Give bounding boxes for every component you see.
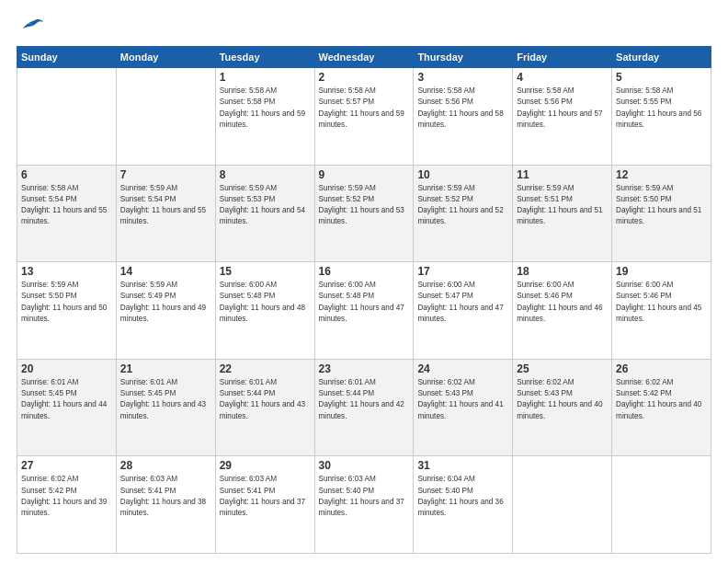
- day-number: 25: [517, 362, 608, 375]
- calendar-cell: 15Sunrise: 6:00 AMSunset: 5:48 PMDayligh…: [215, 262, 314, 360]
- calendar-cell: 31Sunrise: 6:04 AMSunset: 5:40 PMDayligh…: [414, 456, 513, 554]
- day-info: Sunrise: 6:01 AMSunset: 5:45 PMDaylight:…: [120, 377, 211, 422]
- logo: [17, 17, 46, 39]
- calendar-cell: 18Sunrise: 6:00 AMSunset: 5:46 PMDayligh…: [513, 262, 612, 360]
- calendar-cell: 23Sunrise: 6:01 AMSunset: 5:44 PMDayligh…: [314, 359, 414, 456]
- calendar-cell: 12Sunrise: 5:59 AMSunset: 5:50 PMDayligh…: [612, 165, 711, 262]
- calendar-cell: 19Sunrise: 6:00 AMSunset: 5:46 PMDayligh…: [612, 262, 711, 360]
- day-number: 23: [319, 362, 410, 375]
- day-number: 7: [120, 168, 211, 181]
- day-number: 22: [220, 362, 311, 375]
- day-info: Sunrise: 5:59 AMSunset: 5:52 PMDaylight:…: [319, 183, 410, 228]
- weekday-header-sunday: Sunday: [17, 47, 117, 68]
- day-info: Sunrise: 5:58 AMSunset: 5:57 PMDaylight:…: [319, 86, 410, 131]
- day-number: 15: [220, 265, 311, 278]
- calendar-cell: [513, 456, 612, 554]
- calendar-cell: 11Sunrise: 5:59 AMSunset: 5:51 PMDayligh…: [513, 165, 612, 262]
- calendar-cell: 21Sunrise: 6:01 AMSunset: 5:45 PMDayligh…: [116, 359, 215, 456]
- day-number: 24: [417, 362, 508, 375]
- day-number: 11: [517, 168, 608, 181]
- calendar-week-4: 20Sunrise: 6:01 AMSunset: 5:45 PMDayligh…: [17, 359, 711, 456]
- day-number: 27: [21, 459, 112, 472]
- day-number: 8: [220, 168, 311, 181]
- calendar-cell: [612, 456, 711, 554]
- day-number: 1: [220, 71, 311, 84]
- weekday-header-monday: Monday: [116, 47, 215, 68]
- day-number: 28: [120, 459, 211, 472]
- day-info: Sunrise: 6:00 AMSunset: 5:48 PMDaylight:…: [319, 280, 410, 325]
- logo-icon: [17, 17, 44, 39]
- calendar-cell: [116, 68, 215, 166]
- calendar-week-3: 13Sunrise: 5:59 AMSunset: 5:50 PMDayligh…: [17, 262, 711, 360]
- calendar-cell: 28Sunrise: 6:03 AMSunset: 5:41 PMDayligh…: [116, 456, 215, 554]
- calendar-cell: 13Sunrise: 5:59 AMSunset: 5:50 PMDayligh…: [17, 262, 117, 360]
- calendar-cell: 6Sunrise: 5:58 AMSunset: 5:54 PMDaylight…: [17, 165, 117, 262]
- calendar-cell: 9Sunrise: 5:59 AMSunset: 5:52 PMDaylight…: [314, 165, 414, 262]
- day-number: 16: [319, 265, 410, 278]
- day-number: 4: [517, 71, 608, 84]
- day-number: 6: [21, 168, 112, 181]
- calendar-cell: 29Sunrise: 6:03 AMSunset: 5:41 PMDayligh…: [215, 456, 314, 554]
- calendar-cell: 3Sunrise: 5:58 AMSunset: 5:56 PMDaylight…: [414, 68, 513, 166]
- calendar-cell: 16Sunrise: 6:00 AMSunset: 5:48 PMDayligh…: [314, 262, 414, 360]
- calendar-cell: 27Sunrise: 6:02 AMSunset: 5:42 PMDayligh…: [17, 456, 117, 554]
- day-info: Sunrise: 5:59 AMSunset: 5:49 PMDaylight:…: [120, 280, 211, 325]
- day-number: 2: [319, 71, 410, 84]
- calendar-cell: 4Sunrise: 5:58 AMSunset: 5:56 PMDaylight…: [513, 68, 612, 166]
- calendar-cell: 24Sunrise: 6:02 AMSunset: 5:43 PMDayligh…: [414, 359, 513, 456]
- day-info: Sunrise: 6:02 AMSunset: 5:43 PMDaylight:…: [517, 377, 608, 422]
- day-info: Sunrise: 6:01 AMSunset: 5:44 PMDaylight:…: [319, 377, 410, 422]
- day-info: Sunrise: 6:02 AMSunset: 5:43 PMDaylight:…: [417, 377, 508, 422]
- day-number: 12: [616, 168, 707, 181]
- calendar-cell: 20Sunrise: 6:01 AMSunset: 5:45 PMDayligh…: [17, 359, 117, 456]
- calendar-cell: 17Sunrise: 6:00 AMSunset: 5:47 PMDayligh…: [414, 262, 513, 360]
- day-number: 30: [319, 459, 410, 472]
- day-info: Sunrise: 5:58 AMSunset: 5:56 PMDaylight:…: [517, 86, 608, 131]
- calendar-cell: 5Sunrise: 5:58 AMSunset: 5:55 PMDaylight…: [612, 68, 711, 166]
- calendar-cell: 30Sunrise: 6:03 AMSunset: 5:40 PMDayligh…: [314, 456, 414, 554]
- day-number: 13: [21, 265, 112, 278]
- day-info: Sunrise: 5:58 AMSunset: 5:56 PMDaylight:…: [417, 86, 508, 131]
- calendar-cell: 7Sunrise: 5:59 AMSunset: 5:54 PMDaylight…: [116, 165, 215, 262]
- weekday-header-tuesday: Tuesday: [215, 47, 314, 68]
- day-info: Sunrise: 6:03 AMSunset: 5:41 PMDaylight:…: [220, 474, 311, 519]
- day-number: 17: [417, 265, 508, 278]
- day-number: 21: [120, 362, 211, 375]
- day-info: Sunrise: 6:00 AMSunset: 5:48 PMDaylight:…: [220, 280, 311, 325]
- weekday-header-thursday: Thursday: [414, 47, 513, 68]
- day-info: Sunrise: 5:58 AMSunset: 5:58 PMDaylight:…: [220, 86, 311, 131]
- weekday-header-wednesday: Wednesday: [314, 47, 414, 68]
- day-info: Sunrise: 5:58 AMSunset: 5:55 PMDaylight:…: [616, 86, 707, 131]
- calendar-cell: 25Sunrise: 6:02 AMSunset: 5:43 PMDayligh…: [513, 359, 612, 456]
- calendar-cell: [17, 68, 117, 166]
- day-number: 5: [616, 71, 707, 84]
- day-number: 29: [220, 459, 311, 472]
- day-number: 18: [517, 265, 608, 278]
- day-info: Sunrise: 5:58 AMSunset: 5:54 PMDaylight:…: [21, 183, 112, 228]
- calendar-cell: 8Sunrise: 5:59 AMSunset: 5:53 PMDaylight…: [215, 165, 314, 262]
- day-info: Sunrise: 5:59 AMSunset: 5:54 PMDaylight:…: [120, 183, 211, 228]
- day-info: Sunrise: 6:03 AMSunset: 5:40 PMDaylight:…: [319, 474, 410, 519]
- day-info: Sunrise: 6:03 AMSunset: 5:41 PMDaylight:…: [120, 474, 211, 519]
- calendar-week-5: 27Sunrise: 6:02 AMSunset: 5:42 PMDayligh…: [17, 456, 711, 554]
- calendar-cell: 10Sunrise: 5:59 AMSunset: 5:52 PMDayligh…: [414, 165, 513, 262]
- calendar-cell: 2Sunrise: 5:58 AMSunset: 5:57 PMDaylight…: [314, 68, 414, 166]
- day-info: Sunrise: 6:01 AMSunset: 5:44 PMDaylight:…: [220, 377, 311, 422]
- day-info: Sunrise: 6:00 AMSunset: 5:47 PMDaylight:…: [417, 280, 508, 325]
- day-info: Sunrise: 5:59 AMSunset: 5:50 PMDaylight:…: [21, 280, 112, 325]
- calendar-week-1: 1Sunrise: 5:58 AMSunset: 5:58 PMDaylight…: [17, 68, 711, 166]
- day-info: Sunrise: 6:00 AMSunset: 5:46 PMDaylight:…: [616, 280, 707, 325]
- day-info: Sunrise: 5:59 AMSunset: 5:50 PMDaylight:…: [616, 183, 707, 228]
- day-number: 10: [417, 168, 508, 181]
- day-info: Sunrise: 6:02 AMSunset: 5:42 PMDaylight:…: [616, 377, 707, 422]
- calendar-cell: 1Sunrise: 5:58 AMSunset: 5:58 PMDaylight…: [215, 68, 314, 166]
- day-info: Sunrise: 6:04 AMSunset: 5:40 PMDaylight:…: [417, 474, 508, 519]
- weekday-header-row: SundayMondayTuesdayWednesdayThursdayFrid…: [17, 47, 711, 68]
- calendar-cell: 22Sunrise: 6:01 AMSunset: 5:44 PMDayligh…: [215, 359, 314, 456]
- day-number: 26: [616, 362, 707, 375]
- calendar-cell: 14Sunrise: 5:59 AMSunset: 5:49 PMDayligh…: [116, 262, 215, 360]
- day-info: Sunrise: 6:01 AMSunset: 5:45 PMDaylight:…: [21, 377, 112, 422]
- calendar-week-2: 6Sunrise: 5:58 AMSunset: 5:54 PMDaylight…: [17, 165, 711, 262]
- day-number: 14: [120, 265, 211, 278]
- day-info: Sunrise: 6:00 AMSunset: 5:46 PMDaylight:…: [517, 280, 608, 325]
